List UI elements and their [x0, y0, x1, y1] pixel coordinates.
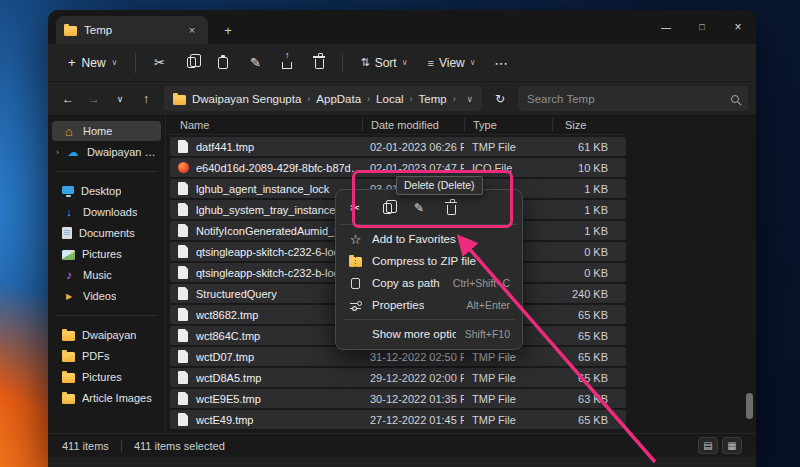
breadcrumb-item[interactable]: Dwaipayan Sengupta	[192, 93, 301, 105]
new-button[interactable]: + New ∨	[58, 48, 127, 78]
search-input[interactable]	[527, 93, 731, 105]
copy-button[interactable]	[176, 48, 206, 78]
close-button[interactable]: ×	[720, 10, 756, 44]
tab-title: Temp	[84, 24, 177, 36]
file-row[interactable]: datf441.tmp02-01-2023 06:26 PMTMP File61…	[170, 137, 626, 156]
file-row[interactable]: wctE9E5.tmp30-12-2022 01:35 PMTMP File63…	[170, 389, 626, 408]
sidebar-item-onedrive[interactable]: ›☁Dwaipayan - Per	[52, 142, 161, 162]
menu-item-copy-as-path[interactable]: Copy as pathCtrl+Shift+C	[340, 272, 518, 294]
breadcrumb[interactable]: Dwaipayan Sengupta›AppData›Local›Temp›∨	[164, 86, 482, 111]
sidebar-item-videos[interactable]: ▶Videos	[52, 286, 161, 306]
share-icon	[282, 62, 292, 69]
menu-item-shortcut: Ctrl+Shift+C	[453, 277, 510, 289]
breadcrumb-chevron-icon[interactable]: ›	[453, 94, 456, 104]
paste-button[interactable]	[208, 48, 238, 78]
status-separator	[121, 440, 122, 452]
column-header-type[interactable]: Type	[464, 118, 552, 132]
menu-item-shortcut: Alt+Enter	[467, 299, 510, 311]
back-button[interactable]: ←	[56, 87, 80, 111]
sidebar-item-pictures-2[interactable]: Pictures	[52, 367, 161, 387]
sidebar-item-documents[interactable]: Documents	[52, 223, 161, 243]
view-icon: ≡	[428, 57, 434, 69]
file-page-icon	[178, 371, 188, 384]
view-button[interactable]: ≡ View ∨	[419, 48, 485, 78]
menu-item-label: Add to Favorites	[372, 233, 456, 245]
properties-icon	[350, 301, 361, 310]
sidebar-separator	[56, 171, 157, 172]
menu-item-show-more-options[interactable]: Show more optionsShift+F10	[340, 323, 518, 345]
menu-item-add-to-favorites[interactable]: ☆Add to Favorites	[340, 228, 518, 250]
tab-close-icon[interactable]: ×	[184, 22, 200, 38]
breadcrumb-chevron-icon[interactable]: ›	[410, 94, 413, 104]
file-size: 65 KB	[552, 372, 618, 384]
menu-item-compress-to-zip[interactable]: Compress to ZIP file	[340, 250, 518, 272]
rename-button[interactable]: ✎	[240, 48, 270, 78]
sidebar-item-article-images[interactable]: Article Images	[52, 388, 161, 408]
menu-item-label: Show more options	[372, 328, 456, 340]
file-size: 65 KB	[552, 414, 618, 426]
file-row[interactable]: wctE49.tmp27-12-2022 01:45 PMTMP File65 …	[170, 410, 626, 429]
file-icon-cell	[170, 140, 196, 153]
breadcrumb-chevron-icon[interactable]: ›	[367, 94, 370, 104]
file-size: 0 KB	[552, 267, 618, 279]
sidebar-item-label: Dwaipayan - Per	[87, 146, 157, 158]
file-size: 1 KB	[552, 183, 618, 195]
new-tab-button[interactable]: +	[216, 18, 240, 42]
file-name: wctE9E5.tmp	[196, 393, 362, 405]
sidebar-item-label: PDFs	[82, 350, 110, 362]
file-icon-cell	[170, 308, 196, 321]
file-page-icon	[178, 224, 188, 237]
breadcrumb-item[interactable]: Local	[376, 93, 404, 105]
sidebar-item-pdfs[interactable]: PDFs	[52, 346, 161, 366]
titlebar: Temp × + — □ ×	[48, 10, 756, 44]
file-page-icon	[178, 245, 188, 258]
search-box[interactable]	[518, 86, 748, 111]
file-page-icon	[178, 203, 188, 216]
delete-button[interactable]	[304, 48, 334, 78]
sidebar-item-label: Pictures	[82, 371, 122, 383]
column-header-name[interactable]: Name	[170, 118, 362, 132]
breadcrumb-item[interactable]: Temp	[419, 93, 447, 105]
forward-button[interactable]: →	[82, 87, 106, 111]
thumbnail-view-button[interactable]: ▦	[722, 437, 742, 454]
sidebar-item-downloads[interactable]: ↓Downloads	[52, 202, 161, 222]
sidebar-item-desktop[interactable]: Desktop	[52, 181, 161, 201]
sort-icon: ⇅	[360, 56, 369, 69]
rename-icon: ✎	[248, 56, 262, 70]
scrollbar-thumb[interactable]	[746, 393, 753, 419]
sort-button[interactable]: ⇅ Sort ∨	[351, 48, 416, 78]
refresh-button[interactable]: ↻	[488, 87, 512, 111]
menu-item-shortcut: Shift+F10	[465, 328, 510, 340]
address-dropdown-icon[interactable]: ∨	[466, 94, 473, 104]
menu-item-properties[interactable]: PropertiesAlt+Enter	[340, 294, 518, 316]
view-toggles: ▤ ▦	[698, 437, 742, 454]
share-button[interactable]	[272, 48, 302, 78]
column-header-size[interactable]: Size	[552, 118, 622, 132]
file-icon-cell	[170, 350, 196, 363]
recent-locations-button[interactable]: ∨	[108, 87, 132, 111]
tab-temp[interactable]: Temp ×	[56, 16, 208, 44]
file-row[interactable]: wctD8A5.tmp29-12-2022 02:00 PMTMP File65…	[170, 368, 626, 387]
file-page-icon	[178, 329, 188, 342]
breadcrumb-chevron-icon[interactable]: ›	[307, 94, 310, 104]
sidebar-item-home[interactable]: ⌂Home	[52, 121, 161, 141]
maximize-button[interactable]: □	[684, 10, 720, 44]
up-button[interactable]: ↑	[134, 87, 158, 111]
sidebar-item-pictures[interactable]: Pictures	[52, 244, 161, 264]
file-date-modified: 29-12-2022 02:00 PM	[362, 372, 464, 384]
column-header-date-modified[interactable]: Date modified	[362, 118, 464, 132]
file-type: TMP File	[464, 351, 552, 363]
sidebar-item-dwaipayan[interactable]: Dwaipayan	[52, 325, 161, 345]
breadcrumb-item[interactable]: AppData	[316, 93, 361, 105]
more-options-button[interactable]: ⋯	[487, 48, 517, 78]
cut-button[interactable]: ✂	[144, 48, 174, 78]
scrollbar[interactable]	[745, 138, 753, 429]
address-bar: ← → ∨ ↑ Dwaipayan Sengupta›AppData›Local…	[48, 82, 756, 116]
details-view-button[interactable]: ▤	[698, 437, 718, 454]
view-button-label: View	[439, 56, 465, 70]
minimize-button[interactable]: —	[648, 10, 684, 44]
file-page-icon	[178, 266, 188, 279]
sidebar-item-music[interactable]: ♪Music	[52, 265, 161, 285]
chevron-right-icon[interactable]: ›	[56, 147, 59, 157]
file-size: 65 KB	[552, 309, 618, 321]
